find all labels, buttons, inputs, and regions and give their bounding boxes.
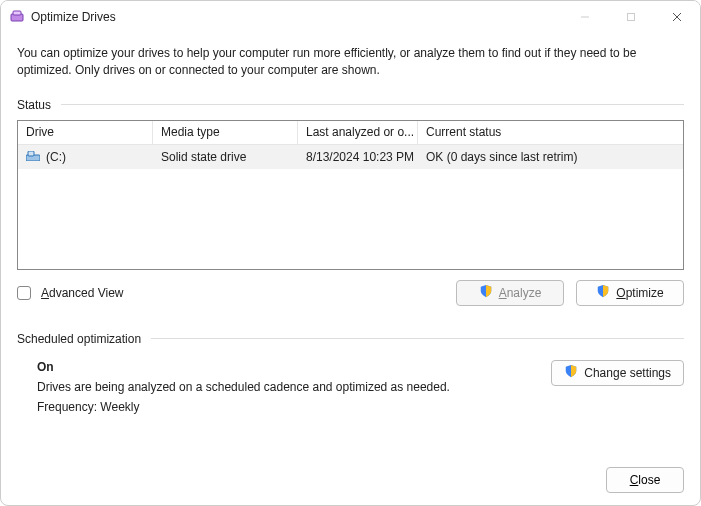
svg-rect-1: [13, 11, 21, 15]
window-controls: [562, 1, 700, 33]
schedule-on: On: [37, 360, 450, 374]
shield-icon: [596, 284, 610, 301]
window-title: Optimize Drives: [31, 10, 116, 24]
advanced-view-label[interactable]: Advanced View: [41, 286, 124, 300]
analyze-button[interactable]: Analyze: [456, 280, 564, 306]
schedule-description: Drives are being analyzed on a scheduled…: [37, 380, 450, 394]
shield-icon: [479, 284, 493, 301]
divider: [61, 104, 684, 105]
drive-icon: [26, 150, 40, 164]
schedule-label: Scheduled optimization: [17, 332, 151, 346]
status-header: Status: [17, 98, 684, 112]
titlebar: Optimize Drives: [1, 1, 700, 33]
cell-status: OK (0 days since last retrim): [418, 150, 683, 164]
optimize-button[interactable]: Optimize: [576, 280, 684, 306]
minimize-button[interactable]: [562, 1, 608, 33]
cell-drive: (C:): [46, 150, 66, 164]
column-drive[interactable]: Drive: [18, 121, 153, 144]
advanced-view-checkbox[interactable]: [17, 286, 31, 300]
svg-rect-3: [628, 14, 635, 21]
schedule-header: Scheduled optimization: [17, 332, 684, 346]
column-media-type[interactable]: Media type: [153, 121, 298, 144]
divider: [151, 338, 684, 339]
table-header: Drive Media type Last analyzed or o... C…: [18, 121, 683, 145]
column-last-analyzed[interactable]: Last analyzed or o...: [298, 121, 418, 144]
app-icon: [9, 9, 25, 25]
intro-text: You can optimize your drives to help you…: [17, 45, 684, 80]
svg-rect-7: [28, 151, 34, 156]
close-window-button[interactable]: [654, 1, 700, 33]
cell-last: 8/13/2024 10:23 PM: [298, 150, 418, 164]
drives-table[interactable]: Drive Media type Last analyzed or o... C…: [17, 120, 684, 270]
schedule-frequency: Frequency: Weekly: [37, 400, 450, 414]
shield-icon: [564, 364, 578, 381]
status-label: Status: [17, 98, 61, 112]
maximize-button[interactable]: [608, 1, 654, 33]
cell-media: Solid state drive: [153, 150, 298, 164]
change-settings-button[interactable]: Change settings: [551, 360, 684, 386]
close-button[interactable]: Close: [606, 467, 684, 493]
table-row[interactable]: (C:) Solid state drive 8/13/2024 10:23 P…: [18, 145, 683, 169]
column-current-status[interactable]: Current status: [418, 121, 683, 144]
